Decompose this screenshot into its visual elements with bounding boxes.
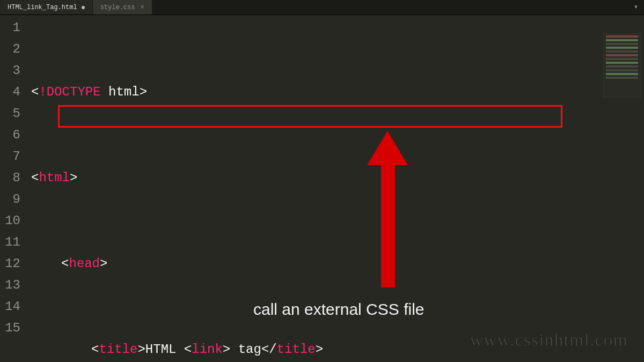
close-icon[interactable]: ×	[140, 4, 144, 11]
line-number: 15	[0, 317, 20, 339]
line-number: 10	[0, 210, 20, 232]
tab-html-link-tag[interactable]: HTML_link_Tag.html	[0, 0, 93, 14]
dirty-indicator-icon	[82, 6, 85, 9]
minimap[interactable]	[603, 33, 641, 98]
line-number: 9	[0, 189, 20, 210]
annotation-text: call an external CSS file	[253, 300, 425, 319]
line-number: 1	[0, 17, 20, 39]
line-number: 13	[0, 275, 20, 296]
line-number: 8	[0, 167, 20, 189]
tab-bar: HTML_link_Tag.html style.css × ▼	[0, 0, 644, 15]
line-number: 12	[0, 253, 20, 275]
code-line: <!DOCTYPE html>	[31, 82, 644, 103]
line-number: 6	[0, 124, 20, 146]
tab-style-css[interactable]: style.css ×	[93, 0, 152, 14]
code-line: <head>	[31, 253, 644, 275]
line-number: 4	[0, 82, 20, 103]
line-number-gutter: 1 2 3 4 5 6 7 8 9 10 11 12 13 14 15	[0, 15, 26, 362]
line-number: 3	[0, 60, 20, 82]
line-number: 7	[0, 146, 20, 167]
chevron-down-icon[interactable]: ▼	[628, 0, 644, 14]
tab-label: HTML_link_Tag.html	[8, 4, 77, 11]
line-number: 14	[0, 296, 20, 317]
watermark-text: www.cssinhtml.com	[470, 330, 628, 350]
code-line: <html>	[31, 167, 644, 189]
tab-label: style.css	[100, 4, 135, 11]
line-number: 2	[0, 39, 20, 60]
line-number: 5	[0, 103, 20, 124]
line-number: 11	[0, 232, 20, 253]
